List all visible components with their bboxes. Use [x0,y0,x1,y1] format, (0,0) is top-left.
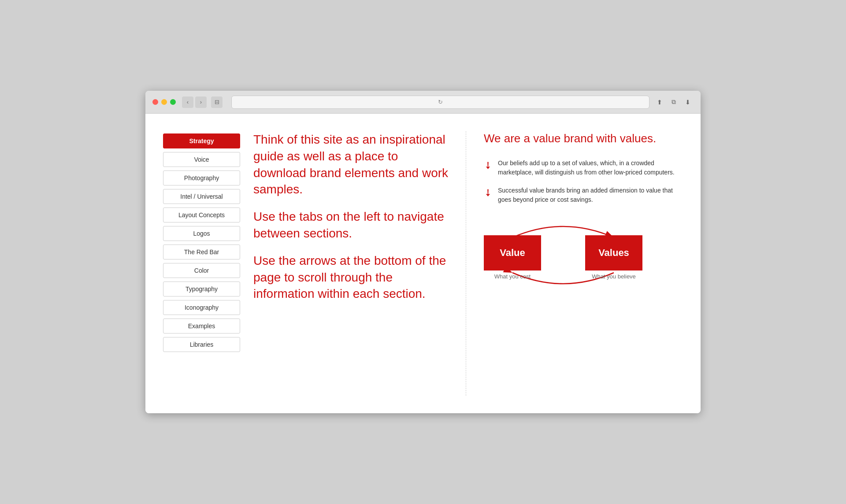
sidebar-item-the-red-bar[interactable]: The Red Bar [163,245,240,259]
back-button[interactable]: ‹ [182,96,193,108]
close-button-dot[interactable] [152,99,158,105]
values-box: Values [585,235,642,271]
reader-mode-button[interactable]: ⊟ [211,96,223,108]
sidebar-item-strategy[interactable]: Strategy [163,133,240,148]
minimize-button-dot[interactable] [161,99,167,105]
browser-dots [152,99,176,105]
sidebar-item-color[interactable]: Color [163,263,240,278]
belief-item-1: ➘ Our beliefs add up to a set of values,… [484,159,683,177]
sidebar-item-logos[interactable]: Logos [163,226,240,241]
refresh-icon: ↻ [438,99,443,105]
main-content: Think of this site as an inspirational g… [240,131,683,396]
download-icon[interactable]: ⬇ [682,96,694,108]
intro-paragraph-1: Think of this site as an inspirational g… [253,131,453,198]
sidebar-item-intel-universal[interactable]: Intel / Universal [163,189,240,204]
value-box: Value [484,235,541,271]
sidebar-item-iconography[interactable]: Iconography [163,300,240,315]
address-bar[interactable]: ↻ [231,96,649,109]
browser-content: Strategy Voice Photography Intel / Unive… [145,114,701,413]
forward-button[interactable]: › [195,96,207,108]
content-right: We are a value brand with values. ➘ Our … [466,131,683,396]
browser-window: ‹ › ⊟ ↻ ⬆ ⧉ ⬇ Strategy Voice Photography… [145,91,701,413]
cycle-boxes: Value What you cost Values What you beli… [484,235,642,280]
intro-paragraph-3: Use the arrows at the bottom of the page… [253,252,453,302]
content-left: Think of this site as an inspirational g… [253,131,466,396]
browser-titlebar: ‹ › ⊟ ↻ ⬆ ⧉ ⬇ [145,91,701,114]
intro-paragraph-2: Use the tabs on the left to navigate bet… [253,208,453,242]
share-icon[interactable]: ⬆ [654,96,665,108]
tabs-icon[interactable]: ⧉ [668,96,679,108]
sidebar-item-examples[interactable]: Examples [163,319,240,334]
arrow-down-right-icon-2: ➘ [481,185,494,199]
sidebar-item-layout-concepts[interactable]: Layout Concepts [163,208,240,222]
belief-text-1: Our beliefs add up to a set of values, w… [498,159,683,177]
cycle-diagram: Value What you cost Values What you beli… [484,213,642,293]
values-sublabel: What you believe [592,273,636,280]
arrow-down-right-icon-1: ➘ [481,158,494,172]
value-sublabel: What you cost [494,273,531,280]
browser-toolbar-icons: ⬆ ⧉ ⬇ [654,96,694,108]
sidebar-item-voice[interactable]: Voice [163,152,240,167]
belief-text-2: Successful value brands bring an added d… [498,186,683,204]
sidebar-item-libraries[interactable]: Libraries [163,337,240,352]
browser-nav: ‹ › [182,96,207,108]
belief-item-2: ➘ Successful value brands bring an added… [484,186,683,204]
sidebar-item-typography[interactable]: Typography [163,282,240,296]
maximize-button-dot[interactable] [170,99,176,105]
sidebar: Strategy Voice Photography Intel / Unive… [163,131,240,396]
right-headline: We are a value brand with values. [484,131,683,146]
sidebar-item-photography[interactable]: Photography [163,170,240,185]
